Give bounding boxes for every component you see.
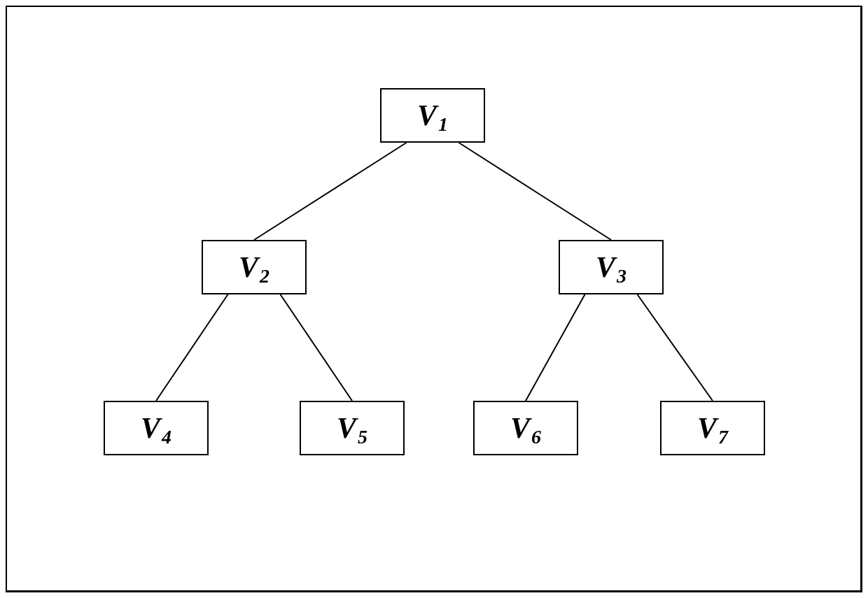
tree-node-v3: V3 bbox=[559, 240, 664, 294]
edge-v2-v5 bbox=[281, 294, 353, 401]
node-label: V6 bbox=[510, 413, 541, 443]
tree-diagram: V1V2V3V4V5V6V7 bbox=[6, 6, 862, 592]
tree-node-v4: V4 bbox=[104, 401, 209, 455]
node-label: V2 bbox=[239, 252, 270, 282]
node-label: V5 bbox=[337, 413, 368, 443]
tree-node-v7: V7 bbox=[660, 401, 765, 455]
edge-v1-v3 bbox=[459, 143, 612, 240]
node-label: V4 bbox=[141, 413, 172, 443]
edge-v1-v2 bbox=[254, 143, 407, 240]
edge-v2-v4 bbox=[156, 294, 228, 401]
edge-v3-v6 bbox=[526, 294, 585, 401]
node-label: V3 bbox=[596, 252, 626, 282]
tree-node-v5: V5 bbox=[300, 401, 405, 455]
tree-node-v2: V2 bbox=[202, 240, 307, 294]
node-label: V7 bbox=[697, 413, 728, 443]
node-label: V1 bbox=[417, 101, 448, 130]
tree-node-v6: V6 bbox=[473, 401, 578, 455]
edge-v3-v7 bbox=[638, 294, 713, 401]
tree-node-v1: V1 bbox=[380, 88, 485, 143]
